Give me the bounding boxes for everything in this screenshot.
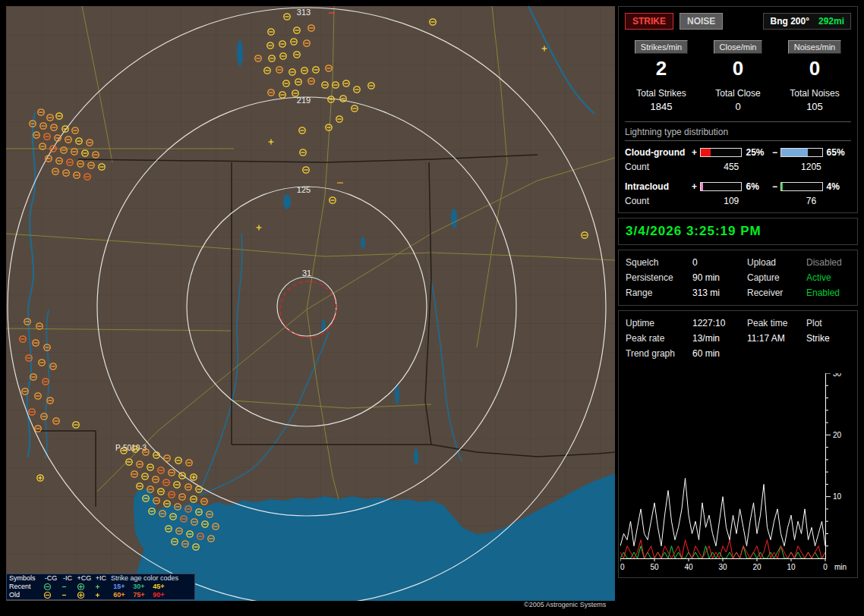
receiver-status: Enabled: [806, 288, 850, 298]
peak-time-label: Peak time: [747, 318, 806, 328]
minus-sign: −: [771, 147, 779, 158]
svg-text:0: 0: [823, 563, 828, 571]
settings-panel: Squelch 0 Upload Disabled Persistence 90…: [618, 250, 858, 306]
legend-symbol: [76, 591, 93, 599]
copyright-text: ©2005 Astrogenic Systems: [524, 601, 606, 608]
uptime-label: Uptime: [626, 318, 692, 328]
legend-age-code: 75+: [129, 591, 149, 599]
strike-mode-button[interactable]: STRIKE: [625, 13, 673, 30]
bearing-readout: Bng 200° 292mi: [763, 13, 851, 30]
trend-panel: Uptime 1227:10 Peak time Plot Peak rate …: [618, 310, 858, 578]
trend-graph-value: 60 min: [692, 348, 747, 359]
cg-negative-count: 1205: [771, 162, 851, 172]
ic-positive-count: 109: [692, 196, 771, 206]
total-strikes-label: Total Strikes: [625, 88, 698, 99]
ic-positive-bar: [700, 182, 742, 191]
legend-header-neg-ic: -IC: [59, 574, 76, 583]
svg-text:min: min: [834, 563, 847, 571]
peak-time-value: 11:17 AM: [747, 333, 806, 344]
close-per-min-value: 0: [702, 57, 774, 80]
ic-negative-pct: 4%: [825, 181, 851, 192]
noise-mode-button[interactable]: NOISE: [680, 13, 723, 30]
ring-label-313: 313: [297, 8, 311, 17]
persistence-value: 90 min: [692, 272, 747, 283]
squelch-value: 0: [692, 257, 747, 268]
peak-rate-value: 13/min: [692, 333, 747, 344]
legend-header-neg-cg: -CG: [43, 574, 59, 583]
legend-age-code: 60+: [109, 591, 129, 599]
legend-header-symbols: Symbols: [7, 574, 43, 583]
legend-age-code: 30+: [129, 583, 149, 591]
legend-row-label: Old: [7, 591, 43, 599]
capture-status: Active: [806, 272, 850, 283]
legend-header-row: Symbols -CG -IC +CG +IC Strike age color…: [7, 574, 194, 583]
ic-negative-bar: [780, 182, 822, 191]
legend-symbol: [59, 583, 76, 591]
cg-negative-bar: [780, 148, 822, 157]
ring-label-219: 219: [297, 96, 311, 105]
svg-text:50: 50: [650, 563, 659, 571]
svg-text:60: 60: [620, 563, 625, 571]
legend-symbol-icon: [59, 591, 69, 599]
capture-label: Capture: [747, 272, 806, 283]
svg-text:30: 30: [718, 563, 727, 571]
legend-row-old: Old60+75+90+: [7, 591, 194, 599]
squelch-label: Squelch: [626, 257, 692, 268]
legend-symbol: [76, 583, 93, 591]
noises-per-min-button[interactable]: Noises/min: [788, 40, 841, 54]
app-window: 313 219 125 31 P-5010-3 Symbols -CG -IC …: [0, 0, 864, 616]
minus-sign: −: [771, 181, 779, 192]
trend-graph: 1020306050403020100min: [620, 373, 854, 574]
legend-symbol: [43, 591, 59, 599]
intracloud-row: Intracloud + 6% − 4%: [625, 181, 851, 192]
noises-per-min-column: Noises/min 0 Total Noises 105: [778, 40, 851, 112]
upload-label: Upload: [747, 257, 806, 268]
strikes-per-min-column: Strikes/min 2 Total Strikes 1845: [625, 40, 698, 112]
range-value: 313 mi: [692, 288, 747, 298]
count-label: Count: [625, 162, 692, 172]
svg-text:10: 10: [833, 492, 842, 501]
strikes-per-min-value: 2: [625, 57, 698, 80]
persistence-label: Persistence: [626, 272, 692, 283]
counters-panel: STRIKE NOISE Bng 200° 292mi Strikes/min …: [618, 6, 858, 213]
cloud-ground-count-row: Count 455 1205: [625, 162, 851, 172]
legend-symbol: [93, 583, 109, 591]
legend-symbol-icon: [76, 583, 86, 591]
legend-symbol: [59, 591, 76, 599]
svg-text:40: 40: [684, 563, 693, 571]
range-label: Range: [626, 288, 692, 298]
total-strikes-value: 1845: [625, 101, 698, 112]
map-panel[interactable]: 313 219 125 31 P-5010-3 Symbols -CG -IC …: [6, 6, 615, 601]
legend-symbol-icon: [59, 583, 69, 591]
plus-sign: +: [690, 147, 698, 158]
close-per-min-column: Close/min 0 Total Close 0: [702, 40, 774, 112]
close-per-min-button[interactable]: Close/min: [714, 40, 763, 54]
datetime-display: 3/4/2026 3:25:19 PM: [626, 224, 850, 239]
legend-age-title: Strike age color codes: [109, 574, 194, 583]
legend-symbol-icon: [93, 583, 102, 591]
clock-panel: 3/4/2026 3:25:19 PM: [618, 218, 858, 245]
separator: [625, 121, 851, 122]
plot-value: Strike: [806, 333, 850, 344]
legend-symbol-icon: [43, 591, 52, 599]
cloud-ground-row: Cloud-ground + 25% − 65%: [625, 147, 851, 158]
count-label: Count: [625, 196, 692, 206]
total-close-value: 0: [702, 101, 774, 112]
strikes-per-min-button[interactable]: Strikes/min: [635, 40, 688, 54]
peak-rate-label: Peak rate: [626, 333, 692, 344]
svg-text:20: 20: [752, 563, 762, 571]
legend-symbol-icon: [43, 583, 52, 591]
legend-header-pos-ic: +IC: [93, 574, 109, 583]
legend-symbol-icon: [76, 591, 86, 599]
legend-symbol: [93, 591, 109, 599]
distribution-title: Lightning type distribution: [625, 127, 851, 141]
trend-graph-label: Trend graph: [626, 348, 692, 359]
upload-status: Disabled: [806, 257, 850, 268]
bearing-range-value: 292mi: [818, 16, 844, 27]
cg-positive-pct: 25%: [743, 147, 770, 158]
ring-label-31: 31: [302, 269, 311, 278]
receiver-label: Receiver: [747, 288, 806, 298]
legend-row-recent: Recent15+30+45+: [7, 583, 194, 591]
total-close-label: Total Close: [702, 88, 774, 99]
cg-positive-bar: [700, 148, 742, 157]
